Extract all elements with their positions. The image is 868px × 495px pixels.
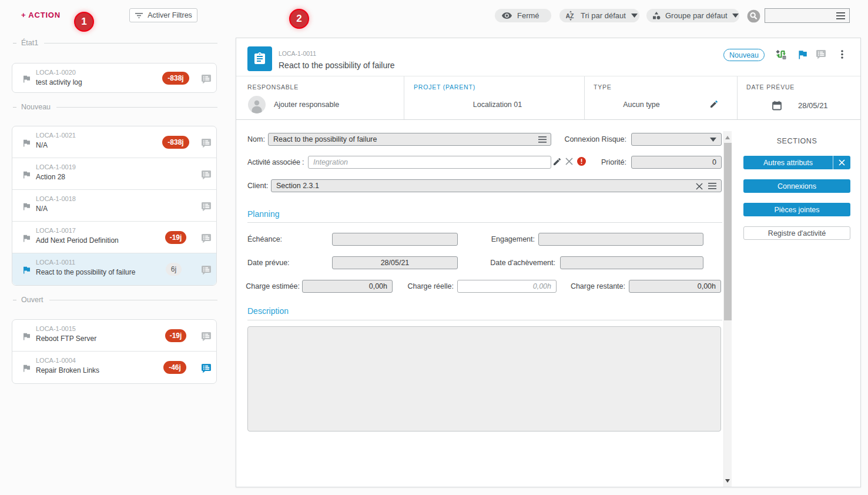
svg-text:Z: Z — [570, 12, 574, 19]
